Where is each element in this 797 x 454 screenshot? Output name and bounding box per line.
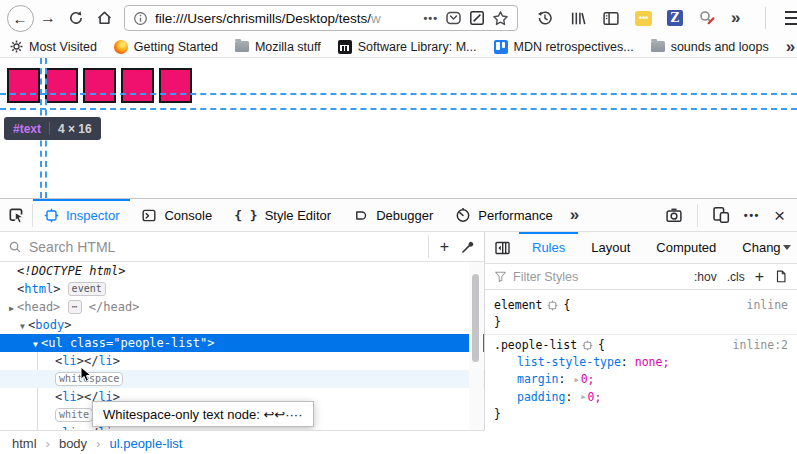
- expander-icon[interactable]: ▼: [30, 336, 41, 354]
- forward-button[interactable]: →: [34, 4, 62, 32]
- tab-console[interactable]: Console: [130, 199, 223, 231]
- bookmark-most-visited[interactable]: Most Visited: [10, 40, 97, 54]
- site-info-icon[interactable]: [133, 11, 148, 26]
- collapsed-dots-badge[interactable]: ⋯: [68, 300, 82, 314]
- devtools-panel: Inspector Console { } Style Editor Debug…: [0, 198, 797, 454]
- tab-label: Debugger: [376, 208, 433, 223]
- markup-scrollbar[interactable]: [469, 262, 483, 430]
- rules-list: element { inline } .people-list { inline…: [485, 290, 797, 426]
- scrollbar-thumb[interactable]: [472, 274, 479, 362]
- expander-icon[interactable]: ▼: [17, 318, 28, 336]
- breadcrumb-body[interactable]: body: [59, 436, 87, 451]
- node-body[interactable]: ▼<body>: [0, 316, 484, 334]
- highlight-selector-icon[interactable]: [582, 340, 593, 351]
- chevron-down-icon[interactable]: [783, 245, 791, 250]
- breadcrumb-ul-people-list[interactable]: ul.people-list: [109, 436, 182, 451]
- doctype-text: <!DOCTYPE html>: [17, 264, 125, 278]
- declaration-margin[interactable]: margin: ▶0;: [485, 371, 797, 389]
- print-simulation-icon[interactable]: [774, 269, 788, 284]
- yellow-extension-icon[interactable]: •••: [635, 11, 652, 26]
- node-whitespace-text[interactable]: whitespace: [0, 370, 484, 388]
- url-text[interactable]: file:///Users/chrismills/Desktop/tests/w: [155, 11, 416, 26]
- tab-computed[interactable]: Computed: [643, 232, 729, 264]
- tab-debugger[interactable]: Debugger: [342, 199, 444, 231]
- pseudo-class-toggle[interactable]: :hov: [694, 270, 717, 284]
- node-li[interactable]: <li></li>: [0, 352, 484, 370]
- tab-style-editor[interactable]: { } Style Editor: [223, 199, 342, 231]
- pocket-icon[interactable]: [445, 10, 462, 26]
- back-button[interactable]: ←: [6, 4, 34, 32]
- library-icon[interactable]: [569, 10, 587, 27]
- bookmark-mdn-retrospectives[interactable]: MDN retrospectives...: [494, 40, 634, 54]
- bookmark-label: sounds and loops: [671, 40, 769, 54]
- reload-button[interactable]: [62, 4, 90, 32]
- bookmark-star-icon[interactable]: [492, 10, 509, 27]
- colon: :: [559, 372, 566, 386]
- property-value[interactable]: 0: [588, 390, 595, 404]
- property-name[interactable]: list-style-type: [517, 355, 621, 369]
- tab-performance[interactable]: Performance: [444, 199, 563, 231]
- declaration-padding[interactable]: padding: ▶0;: [485, 389, 797, 407]
- expander-icon[interactable]: ▶: [574, 372, 578, 389]
- node-doctype[interactable]: <!DOCTYPE html>: [0, 262, 484, 280]
- event-badge[interactable]: event: [68, 282, 106, 296]
- tab-changes[interactable]: Chang: [729, 232, 796, 264]
- responsive-design-icon[interactable]: [712, 206, 730, 224]
- bookmark-getting-started[interactable]: Getting Started: [114, 40, 218, 54]
- screenshot-camera-icon[interactable]: [665, 207, 683, 224]
- bookmark-software-library[interactable]: Software Library: M...: [338, 40, 477, 54]
- toolbar-overflow-chevron[interactable]: »: [731, 8, 740, 28]
- breadcrumb-html[interactable]: html: [12, 436, 37, 451]
- rule-selector[interactable]: element: [494, 297, 542, 314]
- semicolon: ;: [662, 355, 669, 369]
- collapse-sidebar-button[interactable]: [485, 232, 519, 264]
- node-ul-people-list-selected[interactable]: ▼<ul class="people-list">: [0, 334, 484, 352]
- devtools-close-icon[interactable]: ×: [774, 206, 785, 225]
- property-value[interactable]: 0: [581, 372, 588, 386]
- bookmark-mozilla-stuff[interactable]: Mozilla stuff: [235, 40, 321, 54]
- tab-layout[interactable]: Layout: [578, 232, 643, 264]
- bookmarks-overflow-chevron[interactable]: »: [786, 37, 795, 57]
- tab-label: Chang: [742, 240, 780, 255]
- devtools-tabs-overflow-chevron[interactable]: »: [570, 205, 579, 225]
- markup-tree: <!DOCTYPE html> <html> event ▶<head> ⋯ <…: [0, 262, 484, 430]
- property-value[interactable]: none: [635, 355, 663, 369]
- rule-source-link[interactable]: inline: [746, 297, 788, 314]
- infobar-dimensions: 4 × 16: [58, 122, 92, 136]
- node-head[interactable]: ▶<head> ⋯ </head>: [0, 298, 484, 316]
- highlight-selector-icon[interactable]: [547, 300, 558, 311]
- filter-styles-row: :hov .cls +: [485, 264, 797, 290]
- devtools-menu-icon[interactable]: •••: [744, 209, 760, 221]
- node-html[interactable]: <html> event: [0, 280, 484, 298]
- tab-inspector[interactable]: Inspector: [33, 199, 130, 231]
- app-menu-icon[interactable]: !: [785, 11, 797, 25]
- zotero-extension-icon[interactable]: Z: [667, 10, 683, 26]
- history-icon[interactable]: [536, 9, 554, 27]
- add-rule-button[interactable]: +: [755, 268, 764, 286]
- property-name[interactable]: padding: [517, 390, 565, 404]
- page-actions-menu-button[interactable]: •••: [423, 12, 438, 24]
- rule-source-link[interactable]: inline:2: [733, 337, 788, 354]
- url-bar[interactable]: file:///Users/chrismills/Desktop/tests/w…: [124, 5, 518, 31]
- expander-icon[interactable]: ▶: [6, 300, 17, 318]
- bookmark-sounds-and-loops[interactable]: sounds and loops: [651, 40, 769, 54]
- expander-icon[interactable]: ▶: [581, 389, 585, 406]
- rule-selector[interactable]: .people-list: [494, 337, 577, 354]
- screenshot-extension-icon[interactable]: [469, 10, 485, 26]
- whitespace-badge-partial[interactable]: white: [55, 408, 93, 422]
- add-node-button[interactable]: +: [440, 238, 449, 256]
- property-name[interactable]: margin: [517, 372, 559, 386]
- declaration-list-style-type[interactable]: list-style-type: none;: [485, 354, 797, 371]
- library-building-icon: [338, 40, 352, 54]
- element-picker-button[interactable]: [0, 199, 32, 231]
- infobar-node-name: #text: [13, 122, 41, 136]
- annotate-extension-icon[interactable]: [698, 9, 716, 27]
- sidebars-icon[interactable]: [602, 10, 620, 27]
- tab-rules[interactable]: Rules: [519, 232, 578, 264]
- home-button[interactable]: [90, 4, 118, 32]
- class-toggle[interactable]: .cls: [727, 270, 745, 284]
- rules-sidebar: Rules Layout Computed Chang :hov .cls + …: [485, 232, 797, 454]
- filter-styles-input[interactable]: [513, 270, 684, 284]
- search-html-input[interactable]: [29, 239, 421, 255]
- eyedropper-icon[interactable]: [460, 239, 476, 255]
